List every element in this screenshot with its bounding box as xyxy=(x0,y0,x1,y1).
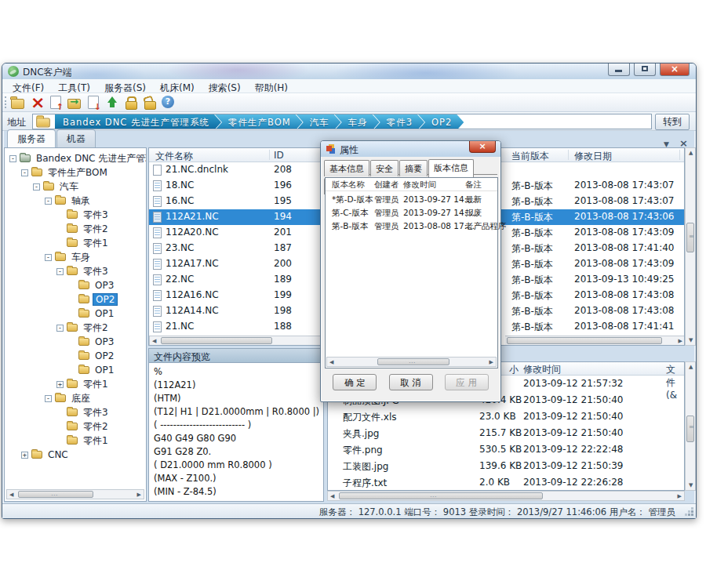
delete-icon[interactable] xyxy=(29,95,45,111)
tree-item[interactable]: 零件1 xyxy=(5,434,146,448)
tree-expander-icon[interactable]: + xyxy=(21,452,28,459)
子程序.txt[interactable]: 子程序.txt 2.0 KB 2013-09-12 22:26:28 xyxy=(328,474,684,491)
title-bar[interactable]: DNC客户端 × xyxy=(2,64,696,79)
tree-item[interactable]: OP2 xyxy=(5,349,146,363)
scroll-down-icon[interactable]: ▼ xyxy=(689,337,693,343)
*第-D-版本[interactable]: *第-D-版本 管理员 2013-09-27 14:... 最新 xyxy=(326,193,497,206)
第-C-版本[interactable]: 第-C-版本 管理员 2013-09-27 14:... 报废 xyxy=(326,206,497,220)
column-size[interactable]: 小 xyxy=(509,363,519,376)
tree-expander-icon[interactable]: - xyxy=(45,254,52,261)
menu-item[interactable]: 机床(M) xyxy=(153,80,202,94)
tree-item[interactable]: - 零件3 xyxy=(5,264,146,278)
tree-expander-icon[interactable]: - xyxy=(56,268,64,275)
tree-expander-icon[interactable]: - xyxy=(9,155,16,162)
lock-icon[interactable] xyxy=(123,95,139,111)
tree-item[interactable]: OP1 xyxy=(5,307,146,321)
breadcrumb-segment[interactable]: 汽车 xyxy=(297,114,341,129)
tree-expander-icon[interactable]: - xyxy=(33,183,40,191)
dialog-close-button[interactable]: × xyxy=(469,141,496,153)
scroll-right-icon[interactable]: ▶ xyxy=(678,493,682,499)
scroll-right-icon[interactable]: ▶ xyxy=(489,359,493,365)
breadcrumb-segment[interactable]: OP2 xyxy=(418,114,464,129)
tree-item[interactable]: - 底座 xyxy=(5,391,146,405)
scroll-left-icon[interactable]: ◀ xyxy=(329,359,333,365)
file-list-horizontal-scrollbar[interactable]: ◀ xyxy=(149,336,322,346)
tree-expander-icon[interactable]: - xyxy=(56,325,64,332)
column-modified-time[interactable]: 修改时间 xyxy=(523,363,561,376)
tree-item[interactable]: 零件2 xyxy=(5,419,146,434)
checkin-file-icon[interactable] xyxy=(48,95,64,111)
第-B-版本[interactable]: 第-B-版本 管理员 2013-08-08 17:... 老产品程序 xyxy=(326,220,497,233)
tree-item[interactable]: 零件1 xyxy=(5,236,146,250)
open-folder-icon[interactable] xyxy=(67,95,82,111)
menu-item[interactable]: 工具(T) xyxy=(51,80,97,94)
零件.png[interactable]: 零件.png 530.5 KB 2013-09-12 22:22:48 xyxy=(328,441,684,458)
tree-expander-icon[interactable]: - xyxy=(21,169,28,176)
menu-item[interactable]: 服务器(S) xyxy=(97,80,153,94)
tree-horizontal-scrollbar[interactable]: ◀ ⋯ ▶ xyxy=(6,489,144,499)
tree-item[interactable]: + 零件1 xyxy=(5,377,146,391)
dialog-title-bar[interactable]: 属性 × xyxy=(321,141,500,157)
scroll-up-icon[interactable]: ▲ xyxy=(689,364,693,370)
breadcrumb-segment[interactable]: 车身 xyxy=(335,114,380,129)
column-modify-time[interactable]: 修改时间 xyxy=(403,180,436,191)
tree-item[interactable]: OP3 xyxy=(5,278,146,292)
dialog-tab[interactable]: 基本信息 xyxy=(324,160,369,176)
夹具.jpg[interactable]: 夹具.jpg 215.7 KB 2013-09-12 21:50:40 xyxy=(328,425,684,441)
cancel-button[interactable]: 取 消 xyxy=(389,374,433,390)
scrollbar-thumb[interactable] xyxy=(339,492,543,499)
panel-close-icon[interactable]: × xyxy=(679,140,688,147)
column-file-name[interactable]: 文件名称 xyxy=(155,150,193,163)
breadcrumb-segment[interactable]: Bandex DNC 先进生产管理系统 xyxy=(55,114,221,129)
tree-item[interactable]: 零件2 xyxy=(5,222,146,236)
tree-item[interactable]: OP3 xyxy=(5,335,146,349)
checkout-file-icon[interactable] xyxy=(86,95,101,111)
close-button[interactable]: × xyxy=(660,64,690,76)
scroll-up-icon[interactable]: ▲ xyxy=(689,150,693,156)
menu-item[interactable]: 搜索(S) xyxy=(202,80,248,94)
resize-grip[interactable] xyxy=(686,508,693,516)
tree-item[interactable]: - 车身 xyxy=(5,250,146,264)
dialog-tab[interactable]: 安全 xyxy=(370,160,398,176)
tree-item[interactable]: - 零件生产BOM xyxy=(5,165,146,180)
breadcrumb-segment[interactable]: 零件生产BOM xyxy=(215,114,303,129)
工装图.jpg[interactable]: 工装图.jpg 139.6 KB 2013-09-12 21:50:39 xyxy=(328,458,684,474)
column-note[interactable]: 备注 xyxy=(465,180,482,191)
配刀文件.xls[interactable]: 配刀文件.xls 23.0 KB 2013-09-12 21:50:40 xyxy=(328,408,684,425)
file-list-vertical-scrollbar[interactable]: ▲ ≡ ▼ xyxy=(685,147,696,346)
tree-item[interactable]: + CNC xyxy=(5,448,146,462)
help-icon[interactable] xyxy=(161,95,176,111)
column-modified-date[interactable]: 修改日期 xyxy=(574,150,612,163)
breadcrumb-segment[interactable]: 零件3 xyxy=(373,114,424,129)
tree-expander-icon[interactable]: - xyxy=(45,198,52,205)
attachment-vertical-scrollbar[interactable]: ▲ ≡ ▼ xyxy=(685,361,696,491)
scrollbar-thumb[interactable] xyxy=(507,337,662,344)
panel-tab[interactable]: 机器 xyxy=(56,129,96,147)
tree-item[interactable]: 零件3 xyxy=(5,405,146,419)
scroll-left-icon[interactable]: ◀ xyxy=(9,492,13,498)
tree-item[interactable]: - 轴承 xyxy=(5,194,146,208)
tree-item[interactable]: - Bandex DNC 先进生产管理系统 xyxy=(5,151,146,165)
tree-expander-icon[interactable]: - xyxy=(45,395,52,402)
scroll-left-icon[interactable]: ◀ xyxy=(330,493,334,499)
new-folder-icon[interactable] xyxy=(10,95,26,111)
panel-tab[interactable]: 服务器 xyxy=(7,129,56,147)
column-creator[interactable]: 创建者 xyxy=(374,180,399,191)
dialog-horizontal-scrollbar[interactable]: ◀ ⋯ ▶ xyxy=(326,357,497,367)
column-id[interactable]: ID xyxy=(274,150,284,161)
scrollbar-thumb[interactable] xyxy=(161,337,272,344)
scroll-left-icon[interactable]: ◀ xyxy=(152,338,156,344)
go-button[interactable]: 转到 xyxy=(655,114,690,130)
column-version-name[interactable]: 版本名称 xyxy=(332,180,365,191)
column-current-version[interactable]: 当前版本 xyxy=(511,150,549,163)
version-list-horizontal-scrollbar[interactable]: ▶ xyxy=(505,336,685,346)
tree-expander-icon[interactable]: + xyxy=(56,381,64,388)
tree-item[interactable]: - 汽车 xyxy=(5,180,146,194)
dialog-tab[interactable]: 摘要 xyxy=(399,160,428,176)
tree-item[interactable]: - 零件2 xyxy=(5,321,146,335)
tree-item[interactable]: 零件3 xyxy=(5,208,146,222)
maximize-button[interactable] xyxy=(634,64,656,76)
address-field[interactable]: Bandex DNC 先进生产管理系统零件生产BOM汽车车身零件3OP2 xyxy=(32,114,652,129)
scroll-down-icon[interactable]: ▼ xyxy=(689,482,693,488)
minimize-button[interactable] xyxy=(608,64,630,76)
